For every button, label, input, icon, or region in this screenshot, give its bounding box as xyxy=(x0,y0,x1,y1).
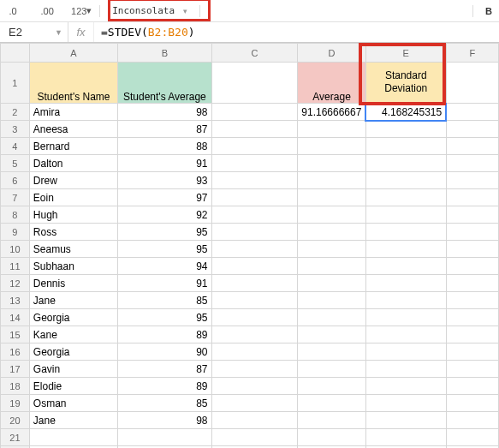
cell[interactable]: 94 xyxy=(118,258,211,275)
cell[interactable] xyxy=(446,138,498,155)
cell[interactable] xyxy=(211,155,298,172)
cell[interactable] xyxy=(211,292,298,309)
col-header-C[interactable]: C xyxy=(211,44,298,63)
cell[interactable] xyxy=(446,395,498,412)
cell[interactable] xyxy=(211,121,298,138)
cell[interactable] xyxy=(298,241,366,258)
cell[interactable] xyxy=(365,258,446,275)
cell[interactable] xyxy=(211,326,298,343)
cell[interactable]: Aneesa xyxy=(29,121,117,138)
cell[interactable] xyxy=(211,189,298,206)
cell[interactable] xyxy=(298,155,366,172)
cell[interactable]: Student's Average xyxy=(118,63,211,104)
cell[interactable]: Elodie xyxy=(29,378,117,395)
cell[interactable]: 95 xyxy=(118,241,211,258)
cell[interactable] xyxy=(211,309,298,326)
row-header[interactable]: 6 xyxy=(1,172,30,189)
cell[interactable]: Eoin xyxy=(29,189,117,206)
row-header[interactable]: 19 xyxy=(1,395,30,412)
cell[interactable]: 89 xyxy=(118,326,211,343)
cell[interactable]: Standard Deviation xyxy=(365,63,446,104)
cell[interactable] xyxy=(298,258,366,275)
cell[interactable]: 91 xyxy=(118,155,211,172)
cell[interactable] xyxy=(365,241,446,258)
cell[interactable]: 92 xyxy=(118,206,211,224)
row-header[interactable]: 10 xyxy=(1,241,30,258)
cell[interactable] xyxy=(365,189,446,206)
select-all-cell[interactable] xyxy=(1,44,30,63)
row-header[interactable]: 21 xyxy=(1,429,30,446)
cell[interactable] xyxy=(365,292,446,309)
row-header[interactable]: 17 xyxy=(1,361,30,378)
row-header[interactable]: 20 xyxy=(1,412,30,429)
cell[interactable] xyxy=(211,412,298,429)
row-header[interactable]: 18 xyxy=(1,378,30,395)
cell[interactable] xyxy=(365,395,446,412)
cell[interactable]: 91 xyxy=(118,275,211,292)
cell[interactable] xyxy=(211,206,298,224)
cell[interactable] xyxy=(446,121,498,138)
cell[interactable] xyxy=(365,172,446,189)
cell[interactable] xyxy=(446,63,498,104)
cell[interactable] xyxy=(446,104,498,121)
row-header[interactable]: 8 xyxy=(1,206,30,224)
cell[interactable] xyxy=(446,275,498,292)
cell[interactable] xyxy=(446,429,498,446)
cell[interactable] xyxy=(211,395,298,412)
cell[interactable] xyxy=(298,412,366,429)
cell[interactable]: 91.16666667 xyxy=(298,104,366,121)
cell[interactable] xyxy=(211,361,298,378)
row-header[interactable]: 3 xyxy=(1,121,30,138)
cell[interactable] xyxy=(298,378,366,395)
cell[interactable] xyxy=(211,378,298,395)
cell[interactable] xyxy=(446,206,498,224)
cell[interactable] xyxy=(211,241,298,258)
cell[interactable]: Gavin xyxy=(29,361,117,378)
cell[interactable] xyxy=(365,378,446,395)
cell[interactable] xyxy=(211,275,298,292)
cell[interactable] xyxy=(365,275,446,292)
cell[interactable] xyxy=(365,224,446,241)
cell[interactable] xyxy=(298,121,366,138)
cell[interactable] xyxy=(365,326,446,343)
cell[interactable] xyxy=(365,121,446,138)
cell[interactable]: 88 xyxy=(118,138,211,155)
cell[interactable] xyxy=(211,224,298,241)
cell[interactable] xyxy=(211,258,298,275)
cell[interactable] xyxy=(365,361,446,378)
row-header[interactable]: 1 xyxy=(1,63,30,104)
cell[interactable] xyxy=(211,63,298,104)
cell[interactable] xyxy=(211,138,298,155)
cell[interactable] xyxy=(365,429,446,446)
formula-input[interactable]: =STDEV(B2:B20) xyxy=(94,22,499,42)
decrease-decimal-icon[interactable]: .0 xyxy=(7,5,19,17)
cell[interactable] xyxy=(298,224,366,241)
row-header[interactable]: 9 xyxy=(1,224,30,241)
cell[interactable] xyxy=(211,429,298,446)
cell[interactable]: 98 xyxy=(118,412,211,429)
active-cell[interactable]: 4.168245315 xyxy=(365,104,446,121)
cell[interactable]: 98 xyxy=(118,104,211,121)
cell[interactable] xyxy=(365,138,446,155)
cell[interactable]: Ross xyxy=(29,224,117,241)
cell[interactable] xyxy=(298,326,366,343)
cell[interactable]: 85 xyxy=(118,292,211,309)
cell[interactable] xyxy=(446,189,498,206)
row-header[interactable]: 13 xyxy=(1,292,30,309)
cell[interactable] xyxy=(365,206,446,224)
cell[interactable] xyxy=(211,343,298,361)
cell[interactable]: Subhaan xyxy=(29,258,117,275)
cell[interactable] xyxy=(446,343,498,361)
cell[interactable] xyxy=(298,292,366,309)
cell[interactable] xyxy=(298,429,366,446)
row-header[interactable]: 11 xyxy=(1,258,30,275)
cell[interactable]: 87 xyxy=(118,121,211,138)
col-header-A[interactable]: A xyxy=(29,44,117,63)
cell[interactable]: Hugh xyxy=(29,206,117,224)
cell[interactable]: Jane xyxy=(29,292,117,309)
chevron-down-icon[interactable]: ▼ xyxy=(55,28,62,37)
cell[interactable] xyxy=(446,292,498,309)
cell[interactable]: 87 xyxy=(118,361,211,378)
cell[interactable]: Jane xyxy=(29,412,117,429)
bold-button[interactable]: B xyxy=(485,6,492,16)
